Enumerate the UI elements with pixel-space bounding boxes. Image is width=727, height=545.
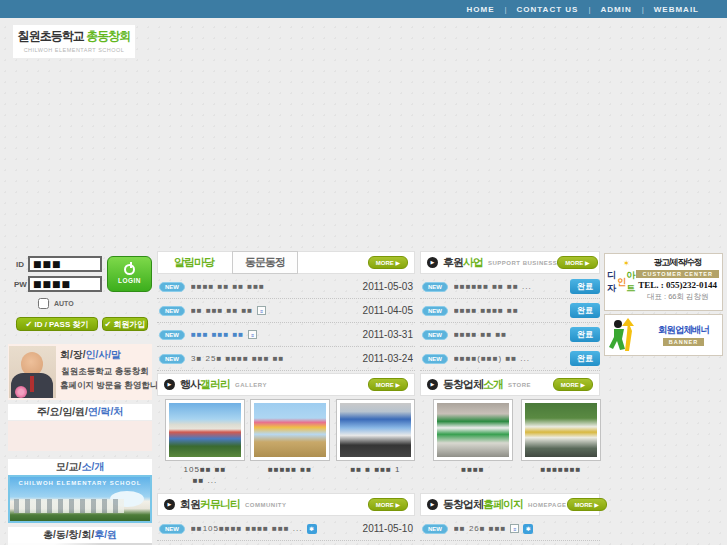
topbar-admin-link[interactable]: ADMIN: [590, 5, 641, 14]
notice-row[interactable]: NEW ■■ ■■■ ■■ ■■ ≡ 2011-04-05: [157, 299, 415, 323]
design-art-logo: ✶ 디자인아트: [607, 257, 636, 307]
store-subtitle: STORE: [508, 382, 531, 388]
support-row-title: ■■■■■■ ■■ ■■ ...: [454, 282, 532, 291]
gallery-more-button[interactable]: MORE ▶: [368, 378, 408, 391]
auto-login-checkbox[interactable]: [38, 298, 49, 309]
status-badge-done[interactable]: 완료: [570, 351, 600, 366]
gallery-caption[interactable]: ■■■■■ ■■: [250, 464, 330, 475]
sidebar-item-school-intro[interactable]: 모/교/소/개: [8, 459, 152, 475]
topbar-contact-link[interactable]: CONTACT US: [507, 5, 589, 14]
support-row[interactable]: NEW ■■■■(■■■) ■■ ... 완료: [420, 347, 600, 371]
star-icon: ✱: [523, 524, 533, 534]
community-title-green: 커뮤니티: [200, 498, 240, 510]
community-title-black: 회원: [180, 498, 200, 510]
gallery-caption[interactable]: 105■■ ■■ ■■ ...: [165, 464, 245, 486]
notice-row[interactable]: NEW ■■■ ■■■ ■■ ≡ 2011-03-31: [157, 323, 415, 347]
member-banner-ad[interactable]: 회원업체배너 BANNER: [604, 314, 723, 356]
sidebar-item-alumni-support[interactable]: 총/동/창/회/후/원: [8, 527, 152, 543]
support-row[interactable]: NEW ■■■■■■ ■■ ■■ ... 완료: [420, 275, 600, 299]
notice-row-date: 2011-03-31: [363, 329, 415, 340]
community-header: ▶ 회원커뮤니티 COMMUNITY MORE ▶: [157, 493, 415, 516]
chairman-title-blue: 인/사/말: [86, 349, 122, 360]
gallery-title-green: 갤러리: [200, 378, 230, 390]
homepage-subtitle: HOMEPAGE: [528, 502, 567, 508]
store-caption[interactable]: ■■■■■■■: [521, 464, 601, 475]
gallery-thumbnail[interactable]: [250, 399, 330, 461]
logo-subtitle: CHILWOH ELEMENTART SCHOOL: [13, 47, 135, 53]
community-row-date: 2011-05-10: [363, 523, 415, 534]
notice-row-title: 3■ 25■ ■■■■ ■■■ ■■: [191, 354, 284, 363]
community-more-button[interactable]: MORE ▶: [368, 498, 408, 511]
notice-row[interactable]: NEW 3■ 25■ ■■■■ ■■■ ■■ 2011-03-24: [157, 347, 415, 371]
design-art-ad[interactable]: ✶ 디자인아트 광고/제작/수정 CUSTOMER CENTER TEL. : …: [604, 253, 723, 311]
support-row[interactable]: NEW ■■■■ ■■ ■■ 완료: [420, 323, 600, 347]
notice-board-header: 알림마당 동문동정 MORE ▶: [157, 251, 415, 274]
sidebar-item-officers-contact[interactable]: 주/요/임/원/연/락/처: [8, 404, 152, 420]
homepage-title-green: 홈페이지: [483, 498, 523, 510]
contact-title-black: 주/요/임/원/: [37, 406, 88, 417]
member-banner-title: 회원업체배너: [658, 324, 709, 337]
customer-center-band: CUSTOMER CENTER: [636, 270, 719, 278]
gallery-photo: [340, 403, 411, 457]
attachment-icon: ≡: [510, 524, 519, 533]
play-icon: ▶: [164, 499, 175, 510]
play-icon: ▶: [164, 379, 175, 390]
ad-phone-number: TEL. : 055)232-0144: [638, 280, 717, 290]
attachment-icon: ≡: [248, 330, 257, 339]
topbar-webmail-link[interactable]: WEBMAIL: [644, 5, 709, 14]
id-input[interactable]: [28, 256, 102, 272]
notice-row-date: 2011-04-05: [363, 305, 415, 316]
play-icon: ▶: [427, 257, 438, 268]
tab-alumni-news[interactable]: 동문동정: [232, 251, 298, 274]
chairman-greeting-box[interactable]: 회/장/인/사/말 칠원초등학교 총동창회 홈페이지 방문을 환영합니다.: [8, 344, 152, 400]
gallery-photo: [254, 403, 326, 457]
support-business-header: ▶ 후원사업 SUPPORT BUSINESS MORE ▶: [420, 251, 600, 274]
pw-input[interactable]: [28, 276, 102, 292]
logo-school-name: 칠원초등학교: [18, 29, 84, 43]
status-badge-done[interactable]: 완료: [570, 327, 600, 342]
status-badge-done[interactable]: 완료: [570, 279, 600, 294]
homepage-title-black: 동창업체: [443, 498, 483, 510]
support-more-button[interactable]: MORE ▶: [557, 256, 597, 269]
school-building-shape: [14, 499, 124, 513]
homepage-more-button[interactable]: MORE ▶: [567, 498, 607, 511]
status-badge-done[interactable]: 완료: [570, 303, 600, 318]
store-thumbnail[interactable]: [433, 399, 513, 461]
community-row[interactable]: NEW ■■105■■■■ ■■■■ ■■■ ... ✱ 2011-05-10: [157, 517, 415, 541]
play-icon: ▶: [427, 379, 438, 390]
homepage-row[interactable]: NEW ■■ 26■ ■■■ ≡ ✱: [420, 517, 600, 541]
support-row-title: ■■■■ ■■■■ ■■: [454, 306, 519, 315]
new-badge: NEW: [159, 282, 185, 292]
site-logo[interactable]: 칠원초등학교 총동창회 CHILWOH ELEMENTART SCHOOL: [13, 25, 135, 58]
new-badge: NEW: [422, 282, 448, 292]
notice-row-title: ■■■ ■■■ ■■: [191, 330, 244, 339]
contact-title-blue: 연/락/처: [88, 406, 124, 417]
notice-more-button[interactable]: MORE ▶: [368, 256, 408, 269]
chairman-title-black: 회/장/: [60, 349, 86, 360]
find-idpass-button[interactable]: ✔ ID / PASS 찾기: [16, 317, 98, 331]
notice-row-title: ■■■■ ■■ ■■ ■■■: [191, 282, 265, 291]
chairman-photo: [9, 346, 56, 398]
join-button[interactable]: ✔ 회원가입: [102, 317, 148, 331]
new-badge: NEW: [159, 524, 185, 534]
topbar-home-link[interactable]: HOME: [456, 5, 504, 14]
support-side-title-black: 총/동/창/회/: [43, 529, 94, 540]
auto-login-label: AUTO: [54, 300, 74, 307]
school-title-blue: 소/개: [81, 461, 104, 472]
school-photo[interactable]: CHILWOH ELEMENTARY SCHOOL: [8, 475, 152, 523]
tab-notice[interactable]: 알림마당: [164, 255, 224, 270]
store-more-button[interactable]: MORE ▶: [553, 378, 593, 391]
store-thumbnail[interactable]: [521, 399, 601, 461]
support-side-title-blue: 후/원: [94, 529, 117, 540]
store-caption[interactable]: ■■■■: [433, 464, 513, 475]
gallery-thumbnail[interactable]: [336, 399, 415, 461]
notice-row[interactable]: NEW ■■■■ ■■ ■■ ■■■ 2011-05-03: [157, 275, 415, 299]
support-title-green: 사업: [463, 256, 483, 268]
support-business-list: NEW ■■■■■■ ■■ ■■ ... 완료 NEW ■■■■ ■■■■ ■■…: [420, 275, 600, 371]
gallery-header: ▶ 행사갤러리 GALLERY MORE ▶: [157, 373, 415, 396]
gallery-caption[interactable]: ■■ ■ ■■■ 1: [336, 464, 415, 475]
support-row[interactable]: NEW ■■■■ ■■■■ ■■ 완료: [420, 299, 600, 323]
gallery-thumbnail[interactable]: [165, 399, 245, 461]
login-button[interactable]: LOGIN: [107, 256, 152, 292]
homepage-header: ▶ 동창업체홈페이지 HOMEPAGE MORE ▶: [420, 493, 600, 516]
